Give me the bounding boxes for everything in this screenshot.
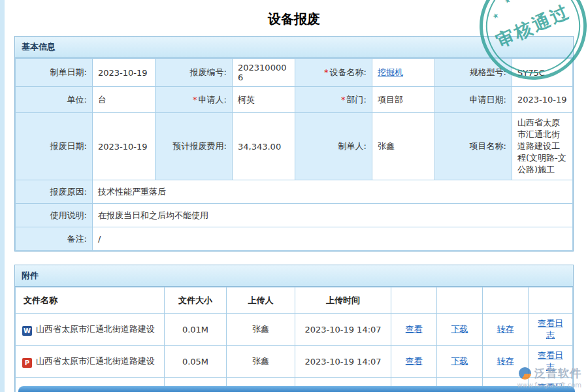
file-name-cell: P山西省太原市汇通北街道路建设 — [16, 346, 165, 378]
bottom-section-bar — [18, 386, 575, 392]
device-name-link[interactable]: 挖掘机 — [378, 67, 403, 77]
file-upload-time: 2023-10-19 14:07 — [295, 314, 391, 346]
unit-value: 台 — [93, 87, 155, 113]
remark-value: / — [93, 227, 573, 251]
scrap-reason-value: 技术性能严重落后 — [93, 180, 573, 204]
scrap-cost-label: 预计报废费用: — [155, 113, 233, 180]
view-log-cell: 查看日志 — [529, 314, 573, 346]
file-uploader: 张鑫 — [227, 346, 295, 378]
scrap-reason-label: 报废原因: — [16, 180, 93, 204]
download-link[interactable]: 下载 — [451, 324, 468, 334]
table-row: 报废原因: 技术性能严重落后 — [16, 180, 573, 204]
transfer-cell: 转存 — [483, 314, 529, 346]
file-size-header: 文件大小 — [165, 287, 227, 314]
scrap-cost-value: 34,343.00 — [233, 113, 295, 180]
attachments-section-title: 附件 — [15, 265, 573, 287]
page-title: 设备报废 — [0, 0, 588, 36]
empty-header-cell — [483, 287, 529, 314]
table-row: 备注: / — [16, 227, 573, 251]
file-upload-time: 2023-10-19 14:07 — [295, 346, 391, 378]
department-label-text: 部门: — [347, 95, 367, 105]
file-name-header: 文件名称 — [16, 287, 165, 314]
transfer-cell: 转存 — [483, 346, 529, 378]
empty-header-cell — [391, 287, 437, 314]
required-asterisk: * — [324, 67, 329, 77]
file-name-cell: W山西省太原市汇通北街道路建设 — [16, 314, 165, 346]
view-log-link[interactable]: 查看日志 — [538, 350, 563, 372]
maker-label: 制单人: — [295, 113, 372, 180]
device-name-value: 挖掘机 — [372, 59, 435, 87]
download-cell: 下载 — [437, 346, 483, 378]
view-cell: 查看 — [391, 346, 437, 378]
empty-header-cell — [437, 287, 483, 314]
make-date-label: 制单日期: — [16, 59, 93, 87]
attachments-table: 文件名称 文件大小 上传人 上传时间 W山西省太原市汇通北街道路建设 0.01M… — [15, 287, 573, 392]
attachments-panel: 附件 文件名称 文件大小 上传人 上传时间 W山西省太原市汇通北街道路建设 — [14, 265, 574, 392]
unit-label: 单位: — [16, 87, 93, 113]
attachment-row: P山西省太原市汇通北街道路建设 0.05M 张鑫 2023-10-19 14:0… — [16, 346, 573, 378]
make-date-value: 2023-10-19 — [93, 59, 155, 87]
upload-time-header: 上传时间 — [295, 287, 391, 314]
usage-note-value: 在报废当日和之后均不能使用 — [93, 204, 573, 227]
table-row: 报废日期: 2023-10-19 预计报废费用: 34,343.00 制单人: … — [16, 113, 573, 180]
basic-info-table: 制单日期: 2023-10-19 报废编号: 2023100006 *设备名称:… — [15, 58, 573, 251]
view-log-cell: 查看日志 — [529, 346, 573, 378]
apply-date-label: 申请日期: — [435, 87, 512, 113]
file-name: 山西省太原市汇通北街道路建设 — [36, 324, 155, 334]
applicant-label: *申请人: — [155, 87, 233, 113]
file-size: 0.05M — [165, 346, 227, 378]
transfer-link[interactable]: 转存 — [497, 356, 514, 366]
empty-header-cell — [529, 287, 573, 314]
required-asterisk: * — [193, 95, 197, 105]
word-file-icon: W — [22, 326, 32, 336]
remark-label: 备注: — [16, 227, 93, 251]
attachment-row: W山西省太原市汇通北街道路建设 0.01M 张鑫 2023-10-19 14:0… — [16, 314, 573, 346]
download-cell: 下载 — [437, 314, 483, 346]
scrap-date-value: 2023-10-19 — [93, 113, 155, 180]
view-cell: 查看 — [391, 314, 437, 346]
usage-note-label: 使用说明: — [16, 204, 93, 227]
spec-model-value: SY75C — [512, 59, 573, 87]
basic-info-section-title: 基本信息 — [15, 37, 573, 58]
applicant-label-text: 申请人: — [199, 95, 227, 105]
scrap-number-value: 2023100006 — [233, 59, 295, 87]
department-label: *部门: — [295, 87, 372, 113]
file-size: 0.01M — [165, 314, 227, 346]
table-row: 单位: 台 *申请人: 柯英 *部门: 项目部 申请日期: 2023-10-19 — [16, 87, 573, 113]
maker-value: 张鑫 — [372, 113, 435, 180]
device-name-label-text: 设备名称: — [330, 67, 367, 77]
transfer-link[interactable]: 转存 — [497, 324, 514, 334]
department-value: 项目部 — [372, 87, 435, 113]
view-link[interactable]: 查看 — [406, 356, 423, 366]
attachments-header-row: 文件名称 文件大小 上传人 上传时间 — [16, 287, 573, 314]
project-name-label: 项目名称: — [435, 113, 512, 180]
required-asterisk: * — [341, 95, 346, 105]
table-row: 使用说明: 在报废当日和之后均不能使用 — [16, 204, 573, 227]
apply-date-value: 2023-10-19 — [512, 87, 573, 113]
spec-model-label: 规格型号: — [435, 59, 512, 87]
view-link[interactable]: 查看 — [406, 324, 423, 334]
scrap-number-label: 报废编号: — [155, 59, 233, 87]
file-name: 山西省太原市汇通北街道路建设 — [36, 356, 155, 366]
pdf-file-icon: P — [22, 358, 32, 368]
project-name-value: 山西省太原市汇通北街道路建设工程(文明路-文公路)施工 — [512, 113, 573, 180]
applicant-value: 柯英 — [233, 87, 295, 113]
device-name-label: *设备名称: — [295, 59, 372, 87]
download-link[interactable]: 下载 — [451, 356, 468, 366]
table-row: 制单日期: 2023-10-19 报废编号: 2023100006 *设备名称:… — [16, 59, 573, 87]
file-uploader: 张鑫 — [227, 314, 295, 346]
view-log-link[interactable]: 查看日志 — [538, 318, 563, 340]
scrap-date-label: 报废日期: — [16, 113, 93, 180]
basic-info-panel: 基本信息 制单日期: 2023-10-19 报废编号: 2023100006 *… — [14, 36, 574, 252]
uploader-header: 上传人 — [227, 287, 295, 314]
